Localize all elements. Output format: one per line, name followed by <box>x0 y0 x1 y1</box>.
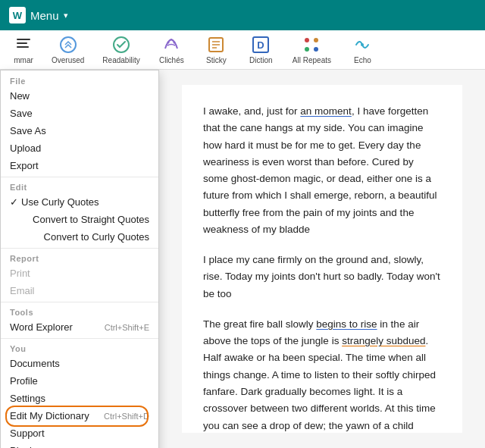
overused-icon <box>58 35 78 55</box>
menu-item-word-explorer-label: Word Explorer <box>10 321 73 333</box>
menu-item-support[interactable]: Support <box>1 425 158 442</box>
svg-point-16 <box>314 47 318 52</box>
sticky-label: Sticky <box>206 56 227 64</box>
sticky-icon <box>206 35 226 55</box>
grammar-icon <box>14 35 33 55</box>
divider-1 <box>1 177 158 177</box>
menu-item-edit-dictionary[interactable]: Edit My Dictionary Ctrl+Shift+D <box>1 407 158 425</box>
menu-item-word-explorer[interactable]: Word Explorer Ctrl+Shift+E <box>1 318 158 336</box>
echo-icon <box>352 35 372 55</box>
menu-item-settings-label: Settings <box>10 393 45 404</box>
svg-rect-1 <box>17 42 27 44</box>
top-bar: W Menu ▾ <box>0 0 485 30</box>
repeats-label: All Repeats <box>293 56 331 64</box>
highlight-strangely-subdued: strangely subdued <box>342 335 425 346</box>
menu-item-documents-label: Documents <box>10 358 60 369</box>
app-logo: W <box>9 7 26 23</box>
toolbar-item-echo[interactable]: Echo <box>342 32 383 67</box>
word-explorer-shortcut: Ctrl+Shift+E <box>105 323 149 332</box>
menu-item-settings[interactable]: Settings <box>1 390 158 407</box>
divider-3 <box>1 302 158 302</box>
menu-item-profile[interactable]: Profile <box>1 372 158 390</box>
toolbar-item-repeats[interactable]: All Repeats <box>285 32 339 67</box>
menu-item-export-label: Export <box>10 160 39 171</box>
menu-item-new-label: New <box>10 90 30 102</box>
menu-item-plugins-label: Plugins <box>10 445 42 448</box>
overused-label: Overused <box>52 56 84 64</box>
menu-item-save-as[interactable]: Save As <box>1 122 158 139</box>
content-area: File New Save Save As Upload Export Edit… <box>0 70 485 448</box>
menu-item-save-label: Save <box>10 108 33 119</box>
toolbar-item-grammar[interactable]: mmar <box>6 32 41 67</box>
menu-item-use-curly-label: Use Curly Quotes <box>21 196 149 208</box>
chevron-down-icon: ▾ <box>64 11 68 20</box>
svg-point-6 <box>174 42 176 44</box>
toolbar-item-cliches[interactable]: Clichés <box>151 32 192 67</box>
svg-point-17 <box>361 43 364 46</box>
svg-point-14 <box>314 38 318 42</box>
divider-4 <box>1 338 158 339</box>
section-label-file: File <box>1 74 158 87</box>
menu-item-save-as-label: Save As <box>10 125 46 136</box>
edit-dictionary-shortcut: Ctrl+Shift+D <box>104 412 149 421</box>
menu-item-convert-curly-label: Convert to Curly Quotes <box>44 231 149 243</box>
text-content[interactable]: I awake, and, just for an moment, I have… <box>182 85 462 433</box>
text-panel: I awake, and, just for an moment, I have… <box>159 70 485 448</box>
menu-item-use-curly[interactable]: ✓ Use Curly Quotes <box>1 193 158 211</box>
divider-2 <box>1 248 158 249</box>
menu-button[interactable]: W Menu ▾ <box>9 7 68 23</box>
cliches-label: Clichés <box>159 56 184 64</box>
repeats-icon <box>302 35 321 55</box>
paragraph-2: I place my cane firmly on the ground and… <box>203 252 441 302</box>
logo-letter: W <box>13 11 22 20</box>
highlight-begins-to-rise: begins to rise <box>316 318 377 330</box>
menu-item-save[interactable]: Save <box>1 105 158 122</box>
toolbar-item-diction[interactable]: D Diction <box>240 32 282 67</box>
menu-item-convert-straight-label: Convert to Straight Quotes <box>33 214 149 225</box>
cliches-icon <box>161 35 181 55</box>
menu-label: Menu <box>30 9 59 22</box>
svg-point-15 <box>305 47 309 52</box>
menu-item-export[interactable]: Export <box>1 157 158 174</box>
svg-rect-0 <box>17 39 30 40</box>
readability-icon <box>111 35 131 55</box>
toolbar-item-overused[interactable]: Overused <box>44 32 92 67</box>
toolbar-item-sticky[interactable]: Sticky <box>196 32 237 67</box>
dropdown-menu: File New Save Save As Upload Export Edit… <box>0 70 159 448</box>
section-label-report: Report <box>1 251 158 265</box>
readability-label: Readability <box>102 56 139 64</box>
section-label-tools: Tools <box>1 305 158 318</box>
menu-item-convert-curly[interactable]: Convert to Curly Quotes <box>1 228 158 246</box>
paragraph-1: I awake, and, just for an moment, I have… <box>203 103 441 238</box>
svg-point-13 <box>305 38 309 42</box>
menu-item-upload-label: Upload <box>10 143 41 154</box>
menu-item-profile-label: Profile <box>10 375 38 387</box>
menu-item-documents[interactable]: Documents <box>1 355 158 372</box>
menu-item-print: Print <box>1 265 158 282</box>
toolbar: mmar Overused Readability <box>0 30 485 70</box>
section-label-you: You <box>1 341 158 355</box>
svg-text:D: D <box>258 39 264 51</box>
paragraph-3: The great fire ball slowly begins to ris… <box>203 316 441 433</box>
section-label-edit: Edit <box>1 180 158 193</box>
menu-item-print-label: Print <box>10 268 30 279</box>
toolbar-item-readability[interactable]: Readability <box>95 32 147 67</box>
menu-item-upload[interactable]: Upload <box>1 139 158 157</box>
menu-item-support-label: Support <box>10 428 45 439</box>
grammar-label: mmar <box>14 56 33 64</box>
diction-label: Diction <box>249 56 273 64</box>
menu-item-plugins[interactable]: Plugins <box>1 442 158 448</box>
menu-item-edit-dictionary-label: Edit My Dictionary <box>10 410 89 421</box>
diction-icon: D <box>251 35 271 55</box>
menu-item-email: Email <box>1 282 158 299</box>
check-mark-icon: ✓ <box>10 196 18 208</box>
menu-item-new[interactable]: New <box>1 87 158 105</box>
echo-label: Echo <box>354 56 371 64</box>
svg-point-5 <box>167 42 170 44</box>
menu-item-convert-straight[interactable]: Convert to Straight Quotes <box>1 211 158 228</box>
highlight-an-moment: an moment <box>300 105 352 117</box>
menu-item-email-label: Email <box>10 285 35 296</box>
svg-rect-2 <box>17 46 29 48</box>
